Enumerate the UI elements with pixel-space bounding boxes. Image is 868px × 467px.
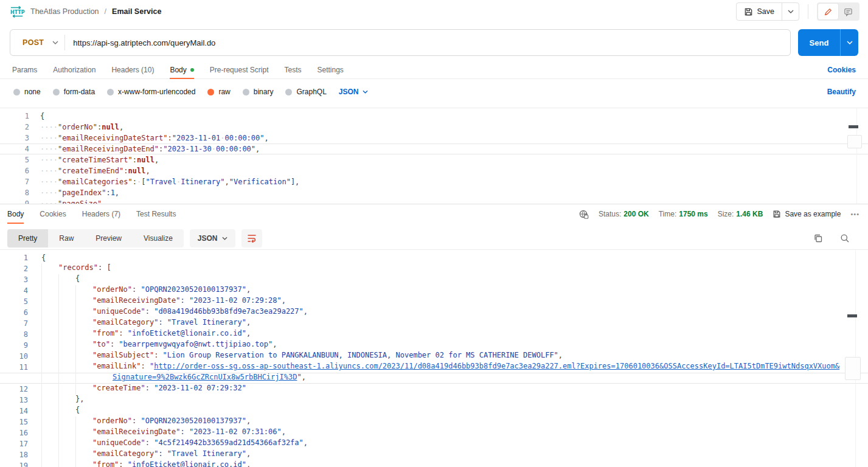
save-button[interactable]: Save <box>737 3 782 20</box>
edit-mode-button[interactable] <box>818 4 838 19</box>
code-line: 2····"orderNo":null, <box>0 122 868 133</box>
response-tab-cookies[interactable]: Cookies <box>40 205 66 223</box>
view-mode-segments: Pretty Raw Preview Visualize <box>7 229 184 247</box>
editor-scroll-thumb[interactable] <box>849 125 858 128</box>
send-button[interactable]: Send <box>798 29 840 56</box>
response-tab-headers[interactable]: Headers (7) <box>82 205 120 223</box>
radio-icon <box>285 89 292 95</box>
line-number: 6 <box>0 308 28 317</box>
code-line: 6"uniqueCode": "d08a419d46bb93b8fd9e7ac3… <box>0 307 868 318</box>
time-badge: Time:1750 ms <box>659 210 708 218</box>
line-number: 2 <box>0 265 28 273</box>
code-line: 9····"pageSize" <box>0 198 868 204</box>
code-line: 3····"emailReceivingDateStart":"2023-11-… <box>0 133 868 144</box>
code-line: 6····"createTimeEnd":null, <box>0 165 868 176</box>
comment-icon <box>844 7 853 16</box>
tab-tests[interactable]: Tests <box>284 61 301 78</box>
response-meta: Status:200 OK Time:1750 ms Size:1.46 KB … <box>578 209 868 220</box>
code-line: 16"emailReceivingDate": "2023-11-02 07:3… <box>0 427 868 438</box>
workspace-name[interactable]: TheAtlas Production <box>30 7 99 16</box>
code-line: 14{ <box>0 406 868 417</box>
divider <box>808 4 808 19</box>
breadcrumb-separator: / <box>105 7 106 16</box>
save-options-button[interactable] <box>782 3 799 20</box>
line-number: 11 <box>0 363 28 372</box>
radio-icon <box>243 89 249 95</box>
chevron-down-icon[interactable] <box>52 41 58 44</box>
response-language-selector[interactable]: JSON <box>190 229 235 247</box>
code-line: 9"to": "bearrpemvgwqyafo@nwt.ttjipiao.to… <box>0 340 868 351</box>
save-icon <box>744 7 753 16</box>
url-input[interactable]: https://api-sg.atriptech.com/queryMail.d… <box>73 38 215 47</box>
code-line: 5"emailReceivingDate": "2023-11-02 07:29… <box>0 296 868 307</box>
code-line: 8····"pageIndex":1, <box>0 187 868 198</box>
status-badge: Status:200 OK <box>599 210 649 218</box>
line-number: 5 <box>0 156 29 164</box>
method-selector[interactable]: POST <box>10 38 52 47</box>
mode-x-www-form-urlencoded[interactable]: x-www-form-urlencoded <box>107 88 195 96</box>
line-number: 8 <box>0 330 28 339</box>
mode-form-data[interactable]: form-data <box>53 88 95 96</box>
cookies-link[interactable]: Cookies <box>827 66 856 74</box>
tab-settings[interactable]: Settings <box>318 61 344 78</box>
radio-selected-icon <box>207 89 214 95</box>
send-button-group: Send <box>798 29 858 56</box>
tab-headers[interactable]: Headers (10) <box>111 61 154 78</box>
line-number: 1 <box>0 254 28 262</box>
mode-none[interactable]: none <box>13 88 41 96</box>
code-line: 4····"emailReceivingDateEnd":"2023-11-30… <box>0 144 868 154</box>
tab-body[interactable]: Body <box>170 61 193 78</box>
code-line: 17"uniqueCode": "4c5f214942b33659ad21d54… <box>0 438 868 449</box>
network-globe-icon[interactable] <box>578 209 589 220</box>
tab-pre-request-script[interactable]: Pre-request Script <box>210 61 269 78</box>
size-badge: Size:1.46 KB <box>718 210 763 218</box>
search-icon <box>840 234 850 243</box>
divider <box>64 35 65 50</box>
mode-binary[interactable]: binary <box>243 88 274 96</box>
code-line: Signature=9%2Bwzk6GcZRcnUIx8w5rbBHCirjI%… <box>0 373 868 384</box>
comments-button[interactable] <box>838 4 858 19</box>
app-window: HTTP TheAtlas Production / Email Service… <box>0 0 868 467</box>
view-preview[interactable]: Preview <box>85 229 133 247</box>
search-response-button[interactable] <box>840 234 850 243</box>
save-as-example-button[interactable]: Save as example <box>773 210 841 218</box>
chevron-down-icon <box>788 10 794 13</box>
mode-graphql[interactable]: GraphQL <box>285 88 326 96</box>
breadcrumb: HTTP TheAtlas Production / Email Service <box>9 5 161 18</box>
request-url-box: POST https://api-sg.atriptech.com/queryM… <box>10 29 791 56</box>
view-visualize[interactable]: Visualize <box>133 229 184 247</box>
save-icon <box>773 210 781 218</box>
line-number: 15 <box>0 418 28 426</box>
line-number: 6 <box>0 167 29 175</box>
code-line: 4"orderNo": "OPQRN20230520100137937", <box>0 285 868 296</box>
code-line: 12"createTime": "2023-11-02 07:29:32" <box>0 384 868 395</box>
top-bar: HTTP TheAtlas Production / Email Service… <box>0 0 868 23</box>
view-raw[interactable]: Raw <box>48 229 85 247</box>
body-modified-dot <box>190 68 194 72</box>
wrap-lines-button[interactable] <box>241 229 262 247</box>
tab-params[interactable]: Params <box>12 61 37 78</box>
line-number: 3 <box>0 134 29 142</box>
more-actions-button[interactable]: ••• <box>850 210 859 218</box>
code-line: 7"emailCategory": "Travel Itinerary", <box>0 318 868 329</box>
copy-response-button[interactable] <box>813 234 823 243</box>
tab-authorization[interactable]: Authorization <box>53 61 95 78</box>
view-pretty[interactable]: Pretty <box>7 229 48 247</box>
mode-raw[interactable]: raw <box>207 88 230 96</box>
editor-scroll-thumb[interactable] <box>847 314 857 317</box>
svg-text:HTTP: HTTP <box>10 9 25 15</box>
request-body-editor[interactable]: 1{2····"orderNo":null,3····"emailReceivi… <box>0 108 868 204</box>
beautify-link[interactable]: Beautify <box>827 88 856 96</box>
line-number: 12 <box>0 385 28 393</box>
code-line: 5····"createTimeStart":null, <box>0 154 868 165</box>
response-tab-body[interactable]: Body <box>7 205 24 223</box>
code-line: 1{ <box>0 252 868 263</box>
response-body-editor[interactable]: 1{2"records": [3{4"orderNo": "OPQRN20230… <box>0 249 868 467</box>
request-language-selector[interactable]: JSON <box>339 88 368 96</box>
response-tab-test-results[interactable]: Test Results <box>136 205 176 223</box>
line-number: 1 <box>0 112 29 120</box>
request-title[interactable]: Email Service <box>112 7 161 16</box>
save-button-label: Save <box>757 7 775 16</box>
send-options-button[interactable] <box>840 29 858 56</box>
code-line: 15"orderNo": "OPQRN20230520100137937", <box>0 417 868 427</box>
